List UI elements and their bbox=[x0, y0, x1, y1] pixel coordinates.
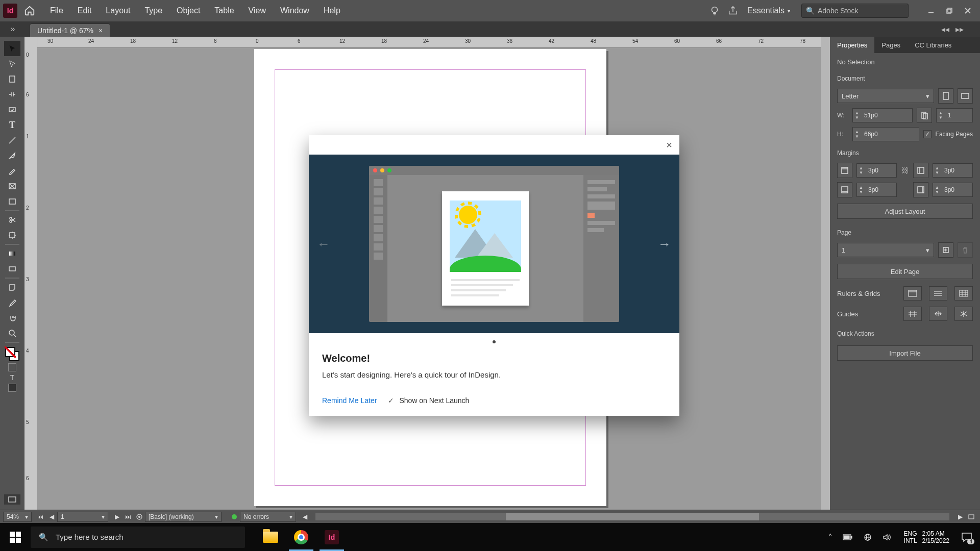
menu-table[interactable]: Table bbox=[207, 0, 241, 21]
pages-icon[interactable] bbox=[917, 108, 932, 123]
content-collector-tool[interactable] bbox=[4, 102, 20, 117]
zoom-tool[interactable] bbox=[4, 325, 20, 341]
vertical-scrollbar[interactable] bbox=[821, 37, 830, 510]
apply-color-icon[interactable] bbox=[8, 384, 16, 392]
menu-window[interactable]: Window bbox=[273, 0, 316, 21]
margin-left-input[interactable]: ▲▼ bbox=[933, 163, 973, 178]
start-button[interactable] bbox=[0, 523, 31, 551]
adjust-layout-button[interactable]: Adjust Layout bbox=[837, 204, 973, 219]
window-close-button[interactable] bbox=[959, 0, 977, 21]
tab-cc-libraries[interactable]: CC Libraries bbox=[908, 37, 959, 53]
menu-help[interactable]: Help bbox=[316, 0, 348, 21]
next-page-button[interactable]: ▶ bbox=[111, 512, 122, 522]
scrollbar-thumb[interactable] bbox=[506, 513, 760, 520]
document-tab[interactable]: Untitled-1 @ 67% × bbox=[30, 23, 110, 37]
carousel-next-button[interactable]: → bbox=[653, 231, 676, 257]
scissors-tool[interactable] bbox=[4, 212, 20, 228]
margin-bottom-value[interactable] bbox=[865, 186, 896, 193]
rulers-button-2[interactable] bbox=[929, 286, 947, 300]
rectangle-frame-tool[interactable] bbox=[4, 179, 20, 194]
home-button[interactable] bbox=[22, 4, 37, 18]
new-page-button[interactable] bbox=[938, 242, 953, 258]
margin-bottom-input[interactable]: ▲▼ bbox=[856, 183, 897, 197]
prev-page-button[interactable]: ◀ bbox=[46, 512, 57, 522]
tabbar-expand-right-icon[interactable]: ▸▸ bbox=[952, 24, 967, 34]
default-fill-stroke-icon[interactable] bbox=[8, 363, 16, 371]
show-on-launch-checkbox[interactable]: ✓ bbox=[388, 396, 394, 405]
edit-page-button[interactable]: Edit Page bbox=[837, 264, 973, 279]
vertical-ruler[interactable]: 0 6 1 2 3 4 5 6 bbox=[24, 37, 37, 510]
zoom-combo[interactable]: 54%▾ bbox=[3, 512, 32, 522]
direct-selection-tool[interactable] bbox=[4, 56, 20, 71]
pages-input[interactable]: ▲▼ bbox=[936, 108, 973, 122]
workspace-switcher[interactable]: Essentials ▾ bbox=[742, 6, 795, 15]
taskbar-chrome[interactable] bbox=[286, 523, 316, 551]
note-tool[interactable] bbox=[4, 280, 20, 295]
guides-button-1[interactable] bbox=[903, 307, 922, 321]
guides-button-3[interactable] bbox=[954, 307, 973, 321]
notifications-button[interactable]: 4 bbox=[957, 523, 977, 551]
tray-overflow-icon[interactable]: ˄ bbox=[823, 533, 838, 542]
margin-left-value[interactable] bbox=[941, 167, 972, 174]
horizontal-scrollbar[interactable] bbox=[315, 513, 949, 520]
margin-right-input[interactable]: ▲▼ bbox=[933, 183, 973, 197]
width-value[interactable] bbox=[861, 112, 912, 119]
pen-tool[interactable] bbox=[4, 148, 20, 163]
guides-button-2[interactable] bbox=[929, 307, 947, 321]
margin-right-value[interactable] bbox=[941, 186, 972, 193]
page-select[interactable]: 1 ▾ bbox=[837, 243, 934, 257]
menu-view[interactable]: View bbox=[241, 0, 273, 21]
fill-stroke-swatch[interactable] bbox=[5, 347, 19, 361]
hand-tool[interactable] bbox=[4, 310, 20, 325]
adobe-stock-search[interactable]: 🔍 Adobe Stock bbox=[801, 4, 909, 18]
selection-tool[interactable] bbox=[4, 41, 20, 56]
rulers-button-1[interactable] bbox=[903, 286, 922, 300]
tab-properties[interactable]: Properties bbox=[830, 37, 874, 53]
carousel-prev-button[interactable]: ← bbox=[312, 231, 335, 257]
pencil-tool[interactable] bbox=[4, 163, 20, 179]
menu-object[interactable]: Object bbox=[169, 0, 207, 21]
horizontal-ruler[interactable]: 30 24 18 12 6 0 6 12 18 24 30 36 42 48 5… bbox=[37, 37, 821, 48]
taskbar-file-explorer[interactable] bbox=[255, 523, 286, 551]
width-input[interactable]: ▲▼ bbox=[852, 108, 913, 122]
menu-edit[interactable]: Edit bbox=[70, 0, 99, 21]
volume-icon[interactable] bbox=[877, 534, 897, 541]
rectangle-tool[interactable] bbox=[4, 194, 20, 209]
learn-icon[interactable] bbox=[705, 0, 724, 21]
orientation-landscape-button[interactable] bbox=[958, 88, 973, 104]
taskbar-clock[interactable]: ENG2:05 AM INTL2/15/2022 bbox=[897, 530, 957, 544]
tabbar-expand-left-icon[interactable]: ◂◂ bbox=[938, 24, 952, 34]
gradient-swatch-tool[interactable] bbox=[4, 246, 20, 261]
menu-type[interactable]: Type bbox=[137, 0, 169, 21]
gradient-feather-tool[interactable] bbox=[4, 261, 20, 277]
menu-layout[interactable]: Layout bbox=[99, 0, 137, 21]
share-icon[interactable] bbox=[724, 0, 742, 21]
pages-value[interactable] bbox=[945, 112, 972, 119]
page-combo[interactable]: 1▾ bbox=[57, 512, 108, 522]
margin-top-input[interactable]: ▲▼ bbox=[856, 163, 897, 178]
window-minimize-button[interactable] bbox=[922, 0, 940, 21]
height-input[interactable]: ▲▼ bbox=[852, 127, 919, 141]
tab-overflow-icon[interactable]: » bbox=[0, 21, 26, 37]
battery-icon[interactable] bbox=[838, 534, 858, 540]
close-tab-icon[interactable]: × bbox=[99, 27, 103, 35]
free-transform-tool[interactable] bbox=[4, 228, 20, 243]
scroll-left-button[interactable]: ◀ bbox=[299, 512, 310, 522]
taskbar-search[interactable]: 🔍 Type here to search bbox=[31, 527, 245, 548]
screen-mode-toggle[interactable] bbox=[966, 512, 977, 522]
line-tool[interactable] bbox=[4, 133, 20, 148]
screen-mode-button[interactable] bbox=[4, 494, 20, 505]
height-value[interactable] bbox=[861, 131, 919, 138]
delete-page-button[interactable] bbox=[958, 242, 973, 258]
type-tool[interactable]: T bbox=[4, 117, 20, 133]
scroll-right-button[interactable]: ▶ bbox=[954, 512, 966, 522]
last-page-button[interactable]: ⏭ bbox=[122, 512, 134, 522]
import-file-button[interactable]: Import File bbox=[837, 345, 973, 361]
tab-pages[interactable]: Pages bbox=[874, 37, 908, 53]
page-preset-select[interactable]: Letter ▾ bbox=[837, 89, 934, 103]
facing-pages-checkbox[interactable]: ✓ bbox=[923, 130, 932, 138]
network-icon[interactable] bbox=[858, 534, 877, 541]
menu-file[interactable]: File bbox=[43, 0, 70, 21]
remind-later-link[interactable]: Remind Me Later bbox=[322, 396, 377, 405]
taskbar-indesign[interactable]: Id bbox=[316, 523, 347, 551]
